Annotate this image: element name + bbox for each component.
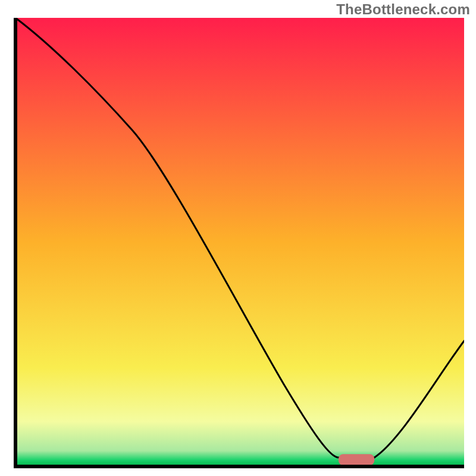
optimal-marker (339, 454, 374, 465)
chart-container: TheBottleneck.com (0, 0, 476, 476)
bottleneck-chart (12, 18, 464, 470)
watermark-text: TheBottleneck.com (336, 1, 470, 18)
plot-frame (12, 18, 464, 470)
gradient-background (15, 18, 464, 466)
